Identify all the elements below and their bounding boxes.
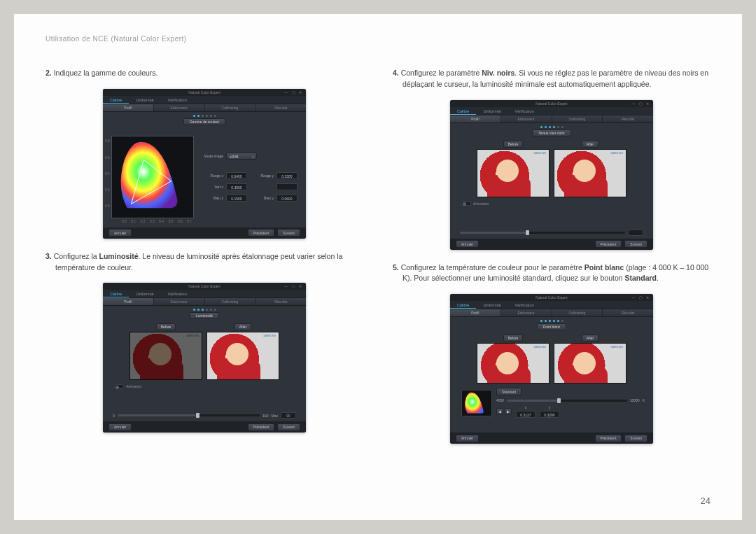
green-x-field[interactable]: 0.3000: [226, 183, 247, 190]
nav-arrows[interactable]: ◀▶: [496, 408, 512, 415]
section-chip-luminosity: Luminosité: [190, 312, 219, 319]
whitepoint-slider[interactable]: [507, 400, 627, 402]
blacklevel-slider[interactable]: [460, 232, 625, 234]
wp-x-field[interactable]: 0.3127: [516, 411, 536, 418]
step-dots: [103, 112, 306, 118]
tab-verification[interactable]: Vérification: [161, 96, 194, 104]
nce-window-blacklevel: Natural Color Expert— ▢ ✕ CalibreUniform…: [450, 100, 653, 250]
top-tabs: Calibre Uniformité Vérification: [103, 96, 306, 104]
nce-window-gamut: Natural Color Expert— ▢ ✕ Calibre Unifor…: [103, 89, 306, 239]
red-y-field[interactable]: 0.3300: [276, 172, 298, 179]
step-3-text: 3. Configurez la Luminosité. Le niveau d…: [46, 251, 363, 274]
step-4-text: 4. Configurez le paramètre Niv. noirs. S…: [393, 68, 710, 90]
step-2-text: 2. Indiquez la gamme de couleurs.: [46, 68, 363, 79]
mode-label: Mode image: [200, 154, 223, 158]
preview-after: SAMSUNG: [554, 343, 626, 384]
luminosity-slider[interactable]: [118, 414, 260, 416]
section-chip-gamut: Gamme de couleur: [183, 118, 226, 125]
mode-dropdown[interactable]: sRVB: [226, 153, 257, 160]
red-x-field[interactable]: 0.6400: [226, 172, 247, 179]
green-y-field[interactable]: [276, 183, 298, 190]
tab-uniformite[interactable]: Uniformité: [129, 96, 160, 104]
subtabs: Profil Etalonneur Calibrating Résultat: [103, 104, 306, 112]
page-number: 24: [701, 496, 710, 506]
nce-window-luminosity: Natural Color Expert— ▢ ✕ CalibreUniform…: [103, 283, 306, 433]
subtab-etalonneur[interactable]: Etalonneur: [154, 104, 205, 111]
before-label: Before: [156, 323, 176, 330]
window-controls[interactable]: — ▢ ✕: [284, 89, 303, 96]
animation-toggle[interactable]: Animation: [461, 202, 645, 206]
section-chip-blacklevel: Niveau des noirs: [532, 129, 570, 136]
after-label: After: [234, 323, 252, 330]
subtab-calibrating[interactable]: Calibrating: [205, 104, 256, 111]
luminosity-value[interactable]: 90: [281, 412, 296, 419]
nce-window-whitepoint: Natural Color Expert— ▢ ✕ CalibreUniform…: [450, 294, 653, 444]
subtab-profil[interactable]: Profil: [103, 104, 154, 111]
tab-calibre[interactable]: Calibre: [103, 96, 129, 104]
step-5-text: 5. Configurez la température de couleur …: [393, 262, 710, 285]
blue-x-field[interactable]: 0.1500: [226, 195, 247, 202]
blacklevel-value[interactable]: [628, 230, 643, 236]
blue-y-field[interactable]: 0.0600: [276, 195, 298, 202]
preview-after: SAMSUNG: [206, 332, 279, 380]
preview-before: SAMSUNG: [477, 149, 550, 197]
breadcrumb: Utilisation de NCE (Natural Color Expert…: [46, 35, 710, 43]
next-button[interactable]: Suivant: [277, 229, 300, 237]
standard-button[interactable]: Standard: [496, 388, 522, 395]
app-titlebar: Natural Color Expert— ▢ ✕: [103, 89, 306, 96]
cie-chromaticity-chart: 0.00.10.20.30.40.50.60.7 0.80.60.40.20.0: [111, 136, 194, 218]
preview-before: SAMSUNG: [130, 332, 202, 380]
animation-toggle[interactable]: Animation: [114, 384, 298, 388]
cancel-button[interactable]: Annuler: [108, 229, 132, 237]
mini-gamut-chart: [461, 390, 492, 416]
section-chip-whitepoint: Point blanc: [537, 323, 567, 330]
prev-button[interactable]: Précédent: [248, 229, 275, 237]
preview-before: SAMSUNG: [477, 343, 550, 384]
wp-y-field[interactable]: 0.3290: [540, 411, 559, 418]
preview-after: SAMSUNG: [554, 149, 626, 197]
subtab-resultat[interactable]: Résultat: [255, 104, 306, 111]
